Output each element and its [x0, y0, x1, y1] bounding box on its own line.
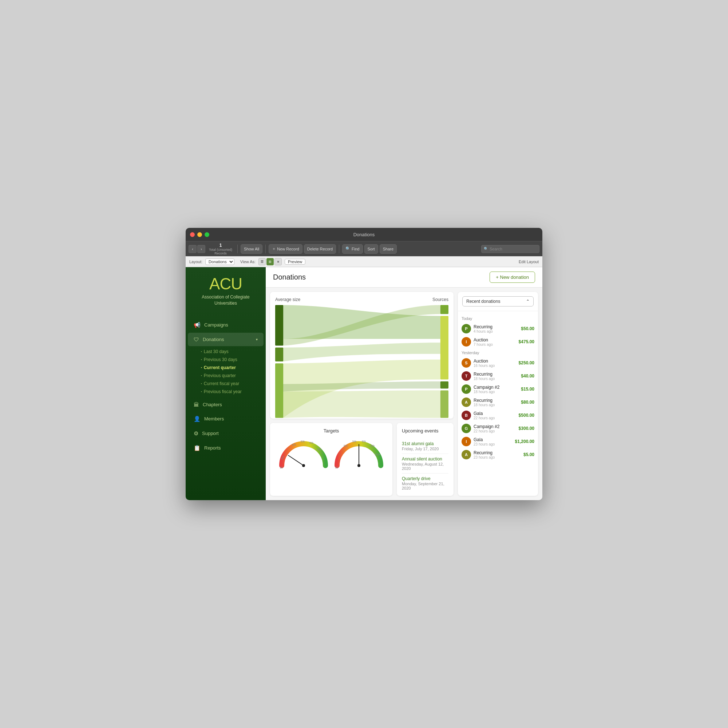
- record-total-label: Total (Unsorted): [209, 248, 232, 252]
- right-panel-header: Recent donations ⌃: [458, 292, 538, 311]
- feed-info-0: Recurring 4 hours ago: [474, 324, 518, 333]
- feed-type-1: Auction: [474, 337, 516, 343]
- sub-prev-fiscal[interactable]: Previous fiscal year: [201, 388, 266, 396]
- svg-point-36: [358, 464, 360, 467]
- sidebar-item-members[interactable]: 👤 Members: [188, 412, 263, 426]
- sidebar: ACU Association of CollegiateUniversitie…: [186, 267, 266, 500]
- title-bar: Donations: [186, 228, 542, 241]
- svg-rect-0: [275, 305, 283, 346]
- feed-time-8: 23 hours ago: [474, 442, 512, 446]
- svg-text:$2k: $2k: [292, 444, 296, 446]
- share-button[interactable]: Share: [380, 244, 397, 254]
- reports-icon: 📋: [194, 445, 200, 451]
- minimize-button[interactable]: [197, 232, 202, 237]
- sidebar-item-campaigns[interactable]: 📢 Campaigns: [188, 318, 263, 332]
- svg-text:$0: $0: [335, 466, 338, 469]
- svg-text:$4k: $4k: [352, 440, 357, 443]
- feed-info-7: Campaign #2 22 hours ago: [474, 424, 516, 433]
- avatar-4: P: [462, 384, 471, 394]
- chapters-label: Chapters: [203, 402, 222, 407]
- sankey-header: Average size Sources: [275, 297, 448, 302]
- feed-amount-3: $40.00: [521, 373, 534, 379]
- main-panels: Average size Sources: [266, 288, 542, 500]
- feed-time-3: 18 hours ago: [474, 377, 518, 381]
- table-view-icon[interactable]: ≡: [274, 258, 282, 265]
- view-as-label: View As:: [240, 260, 255, 264]
- new-donation-button[interactable]: + New donation: [489, 272, 535, 283]
- layout-select[interactable]: Donations: [205, 258, 234, 265]
- sub-current-fiscal[interactable]: Current fiscal year: [201, 380, 266, 388]
- feed-info-5: Recurring 18 hours ago: [474, 398, 518, 407]
- back-button[interactable]: ‹: [188, 245, 197, 253]
- sidebar-item-support[interactable]: ⚙ Support: [188, 427, 263, 440]
- traffic-lights: [190, 232, 209, 237]
- sub-prev-30[interactable]: Previous 30 days: [201, 356, 266, 364]
- search-bar[interactable]: 🔍 Search: [481, 245, 540, 253]
- sidebar-item-donations[interactable]: 🛡 Donations ▾: [188, 333, 263, 346]
- fullscreen-button[interactable]: [205, 232, 209, 237]
- event-title-3: Quarterly drive: [402, 476, 448, 481]
- app-body: ACU Association of CollegiateUniversitie…: [186, 267, 542, 500]
- feed-type-6: Gala: [474, 411, 516, 416]
- forward-button[interactable]: ›: [197, 245, 205, 253]
- feed-time-1: 7 hours ago: [474, 343, 516, 347]
- sub-current-quarter[interactable]: Current quarter: [201, 364, 266, 372]
- sidebar-item-reports[interactable]: 📋 Reports: [188, 441, 263, 455]
- right-panel: Recent donations ⌃ Today P Recurring 4 h…: [458, 292, 538, 496]
- card-view-icon[interactable]: ⊞: [266, 258, 274, 265]
- sort-button[interactable]: Sort: [364, 244, 378, 254]
- feed-type-3: Recurring: [474, 372, 518, 377]
- toolbar-separator-3: [339, 245, 339, 253]
- feed-amount-1: $475.00: [519, 339, 534, 344]
- today-section-title: Today: [462, 316, 534, 321]
- records-label: Records: [214, 252, 227, 255]
- list-view-icon[interactable]: ☰: [258, 258, 266, 265]
- feed-time-0: 4 hours ago: [474, 329, 518, 333]
- svg-text:$10k: $10k: [375, 453, 381, 456]
- yesterday-section-title: Yesterday: [462, 350, 534, 355]
- recent-donations-button[interactable]: Recent donations ⌃: [462, 296, 534, 306]
- event-item-1: 31st alumni gala Friday, July 17, 2020: [402, 439, 448, 454]
- feed-item-2: S Auction 16 hours ago $250.00: [462, 356, 534, 369]
- feed-type-8: Gala: [474, 437, 512, 442]
- event-date-1: Friday, July 17, 2020: [402, 447, 448, 451]
- sidebar-item-chapters[interactable]: 🏛 Chapters: [188, 398, 263, 411]
- feed-item-4: P Campaign #2 18 hours ago $15.00: [462, 382, 534, 396]
- campaigns-label: Campaigns: [204, 322, 228, 327]
- feed-time-4: 18 hours ago: [474, 390, 518, 394]
- edit-layout-button[interactable]: Edit Layout: [519, 260, 539, 264]
- search-icon: 🔍: [346, 246, 350, 251]
- svg-text:$6k: $6k: [362, 440, 366, 443]
- new-record-button[interactable]: ＋ New Record: [269, 244, 303, 254]
- view-icons: ☰ ⊞ ≡: [258, 258, 282, 265]
- org-name: Association of CollegiateUniversities: [191, 294, 260, 306]
- feed-type-9: Recurring: [474, 450, 521, 455]
- window-title: Donations: [353, 232, 375, 237]
- svg-text:$8k: $8k: [370, 444, 375, 447]
- close-button[interactable]: [190, 232, 195, 237]
- preview-button[interactable]: Preview: [284, 259, 305, 265]
- gauge-1: $0 $1k $2k $3k $4k $5k: [278, 436, 329, 469]
- main-header: Donations + New donation: [266, 267, 542, 288]
- feed-amount-8: $1,200.00: [515, 439, 534, 444]
- toolbar-separator-2: [265, 245, 266, 253]
- sub-last-30[interactable]: Last 30 days: [201, 348, 266, 356]
- gauge-2-svg: $0 $2k $4k $6k $8k $10k: [333, 436, 384, 469]
- avatar-9: A: [462, 450, 471, 459]
- donations-icon: 🛡: [194, 336, 199, 343]
- find-button[interactable]: 🔍 Find: [342, 244, 362, 254]
- show-all-button[interactable]: Show All: [241, 244, 262, 254]
- svg-rect-9: [440, 305, 448, 314]
- svg-rect-12: [440, 391, 448, 418]
- sankey-svg: Large 36.0% Medium 12.2% Small 51.8%: [275, 305, 448, 418]
- chevron-down-icon: ▾: [256, 337, 258, 341]
- events-list: 31st alumni gala Friday, July 17, 2020 A…: [402, 439, 448, 493]
- feed-info-3: Recurring 18 hours ago: [474, 372, 518, 381]
- feed-body: Today P Recurring 4 hours ago $50.00 I: [458, 311, 538, 496]
- sub-prev-quarter[interactable]: Previous quarter: [201, 372, 266, 380]
- delete-record-button[interactable]: Delete Record: [304, 244, 336, 254]
- sankey-chart-area: Large 36.0% Medium 12.2% Small 51.8%: [275, 305, 448, 418]
- feed-time-2: 16 hours ago: [474, 364, 516, 368]
- event-date-2: Wednesday, August 12, 2020: [402, 462, 448, 471]
- avatar-6: B: [462, 411, 471, 420]
